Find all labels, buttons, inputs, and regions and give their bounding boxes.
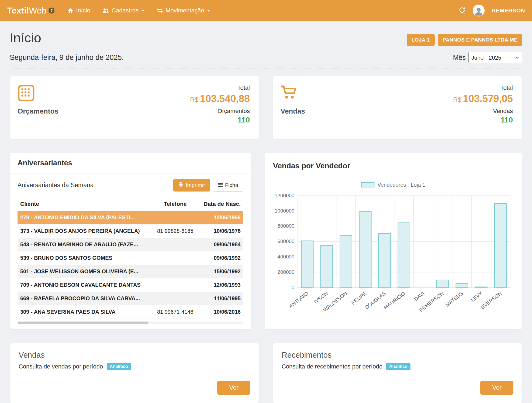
cell-phone: 81 99671-4146	[153, 305, 198, 319]
nav-item-cadastros[interactable]: Cadastros	[102, 7, 145, 14]
top-navbar: TextilWeb ? Início Cadastros Movimentaçã…	[0, 0, 532, 21]
svg-text:ANTONIO: ANTONIO	[288, 291, 309, 309]
cell-client: 373 - VALDIR DOS ANJOS PEREIRA (ANGELA)	[18, 224, 153, 238]
page-title: Início	[10, 30, 41, 45]
chart-bar	[475, 287, 487, 288]
chevron-down-icon	[141, 10, 145, 12]
svg-text:IVSON: IVSON	[313, 291, 329, 305]
cell-phone	[153, 278, 198, 292]
svg-text:MATEUS: MATEUS	[444, 291, 464, 308]
ver-recebimentos-button[interactable]: Ver	[480, 381, 513, 395]
help-icon[interactable]: ?	[49, 8, 54, 13]
table-row[interactable]: 373 - VALDIR DOS ANJOS PEREIRA (ANGELA)8…	[18, 224, 243, 238]
cell-client: 278 - ANTONIO EMIDIO DA SILVA (PALESTI..…	[18, 211, 153, 224]
exchange-arrows-icon	[157, 8, 163, 13]
svg-text:FELIPE: FELIPE	[350, 291, 368, 306]
month-select[interactable]: June - 2025	[468, 52, 522, 63]
ficha-button[interactable]: Ficha	[213, 179, 243, 192]
cell-date: 11/06/1995	[198, 292, 243, 305]
current-date: Segunda-feira, 9 de junho de 2025.	[10, 53, 124, 62]
svg-text:1000000: 1000000	[275, 208, 294, 214]
nav-label: Movimentação	[165, 7, 204, 14]
ver-vendas-button[interactable]: Ver	[217, 381, 250, 395]
cell-phone: 81 99828-6185	[153, 224, 198, 238]
chart-bar	[437, 280, 448, 288]
cell-client: 309 - ANA SEVERINA PAES DA SILVA	[18, 305, 153, 319]
cell-date: 09/06/1992	[198, 251, 243, 265]
column-header-cliente[interactable]: Cliente	[18, 197, 153, 211]
table-row[interactable]: 309 - ANA SEVERINA PAES DA SILVA81 99671…	[18, 305, 243, 319]
company-button[interactable]: PANNOS E PANNOS LTDA ME	[438, 34, 522, 46]
chart-bar	[495, 204, 506, 288]
chart-holder: 020000040000060000080000010000001200000A…	[273, 171, 514, 322]
vendas-summary-card: Vendas Total R$103.579,05 Vendas 110	[273, 76, 522, 139]
header-divider	[10, 69, 522, 69]
svg-text:1200000: 1200000	[275, 193, 294, 198]
store-button[interactable]: LOJA 1	[407, 34, 435, 46]
svg-text:400000: 400000	[278, 254, 295, 260]
table-row[interactable]: 669 - RAFAELA PROCOPIO DA SILVA CARVA...…	[18, 292, 243, 305]
svg-text:0: 0	[292, 285, 295, 290]
list-icon	[218, 182, 223, 188]
avatar[interactable]	[473, 5, 485, 16]
cell-date: 12/06/1993	[198, 278, 243, 292]
aniversariantes-title: Aniversariantes	[18, 159, 243, 167]
svg-text:DAVI: DAVI	[413, 291, 426, 302]
cell-phone	[153, 238, 198, 251]
cell-phone	[153, 265, 198, 278]
consult-card-title: Recebimentos	[282, 351, 513, 360]
count-value: 110	[190, 116, 250, 124]
total-label: Total	[190, 84, 250, 91]
total-label: Total	[453, 84, 513, 91]
scrollbar-thumb[interactable]	[18, 322, 148, 324]
table-row[interactable]: 709 - ANTONIO EDSON CAVALCANTE DANTAS12/…	[18, 278, 243, 292]
chart-legend[interactable]: Vendedores - Loja 1	[361, 182, 425, 188]
cell-phone	[153, 251, 198, 265]
cell-date: 15/06/1992	[198, 265, 243, 278]
nav-item-movimentacao[interactable]: Movimentação	[157, 7, 210, 14]
cell-client: 709 - ANTONIO EDSON CAVALCANTE DANTAS	[18, 278, 153, 292]
table-row[interactable]: 501 - JOSE WELISSON GOMES OLIVEIRA (E...…	[18, 265, 243, 278]
brand-logo[interactable]: TextilWeb ?	[7, 6, 54, 16]
vendas-por-vendedor-card: Vendas por Vendedor 02000004000006000008…	[265, 153, 522, 329]
orcamentos-summary-card: Orçamentos Total R$103.540,88 Orçamentos…	[10, 76, 259, 139]
user-name[interactable]: REMERSON	[492, 7, 525, 14]
refresh-icon[interactable]	[458, 6, 466, 15]
svg-text:Vendedores - Loja 1: Vendedores - Loja 1	[377, 182, 425, 188]
recebimentos-consult-card: Recebimentos Consulta de recebimentos po…	[273, 343, 522, 403]
vendas-consult-card: Vendas Consulta de vendas por período An…	[10, 343, 259, 403]
cell-date: 12/06/1966	[198, 211, 243, 224]
cell-phone	[153, 211, 198, 224]
column-header-data-nasc[interactable]: Data de Nasc.	[198, 197, 243, 211]
count-label: Orçamentos	[190, 108, 250, 115]
navbar-right: REMERSON	[458, 5, 525, 16]
aniversariantes-card: Aniversariantes Aniversariantes da Seman…	[10, 153, 251, 329]
printer-icon	[178, 182, 183, 188]
chart-bar	[398, 223, 410, 288]
users-icon	[102, 8, 109, 13]
consult-card-title: Vendas	[19, 351, 250, 360]
summary-card-name: Orçamentos	[18, 107, 58, 115]
nav-item-inicio[interactable]: Início	[67, 7, 90, 14]
imprimir-button[interactable]: Imprimir	[173, 179, 210, 192]
count-label: Vendas	[453, 108, 513, 115]
analitico-badge: Analítico	[107, 363, 131, 370]
svg-text:MAURICIO: MAURICIO	[383, 291, 406, 311]
svg-text:800000: 800000	[278, 223, 295, 229]
table-row[interactable]: 539 - BRUNO DOS SANTOS GOMES09/06/1992	[18, 251, 243, 265]
count-value: 110	[453, 116, 513, 124]
table-row[interactable]: 278 - ANTONIO EMIDIO DA SILVA (PALESTI..…	[18, 211, 243, 224]
chart-bar	[340, 235, 352, 288]
analitico-badge: Analítico	[386, 363, 410, 370]
chart-bar	[456, 284, 468, 288]
horizontal-scrollbar[interactable]	[18, 322, 243, 324]
column-header-telefone[interactable]: Telefone	[153, 197, 198, 211]
cell-client: 669 - RAFAELA PROCOPIO DA SILVA CARVA...	[18, 292, 153, 305]
total-amount: R$103.540,88	[190, 93, 250, 104]
birthdays-tbody: 278 - ANTONIO EMIDIO DA SILVA (PALESTI..…	[18, 211, 243, 319]
table-row[interactable]: 543 - RENATO MARINHO DE ARAUJO (FAZE...0…	[18, 238, 243, 251]
svg-text:EVERSON: EVERSON	[480, 291, 503, 310]
nav-links: Início Cadastros Movimentação	[67, 7, 210, 14]
aniversariantes-table: Cliente Telefone Data de Nasc. 278 - ANT…	[18, 197, 243, 319]
aniversariantes-subtitle: Aniversariantes da Semana	[18, 182, 94, 189]
